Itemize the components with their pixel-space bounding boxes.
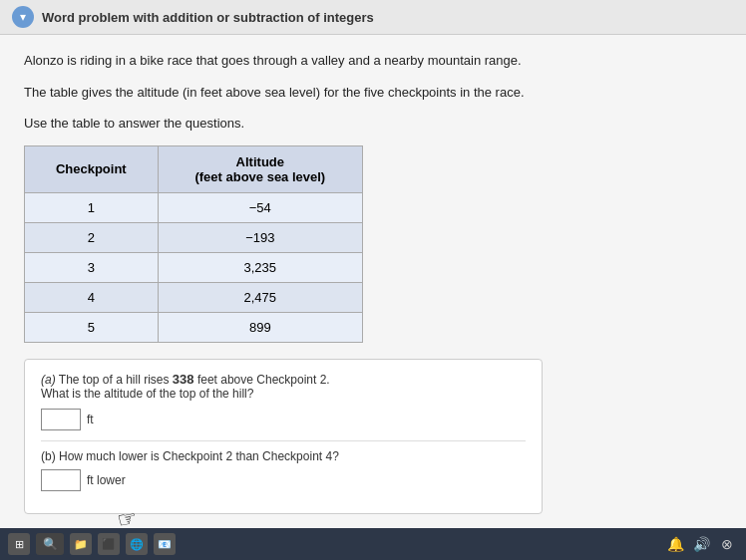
altitude-cell: 3,235 <box>158 252 362 282</box>
taskbar: ⊞ 🔍 📁 ⬛ 🌐 📧 🔔 🔊 ⊗ <box>0 528 746 560</box>
question-a-label: (a) <box>41 373 56 387</box>
question-a-text-after: feet above Checkpoint 2. <box>197 373 330 387</box>
checkpoint-cell: 5 <box>25 312 159 342</box>
checkpoint-cell: 2 <box>25 222 159 252</box>
question-divider <box>41 440 526 441</box>
question-a-input-row: ft <box>41 409 526 430</box>
content-area: Alonzo is riding in a bike race that goe… <box>0 35 746 530</box>
data-table: Checkpoint Altitude (feet above sea leve… <box>24 145 722 343</box>
taskbar-right-icon-3[interactable]: ⊗ <box>716 533 738 555</box>
header-bar: ▾ Word problem with addition or subtract… <box>0 0 746 35</box>
taskbar-right: 🔔 🔊 ⊗ <box>664 533 738 555</box>
taskbar-icon-3[interactable]: 🌐 <box>126 533 148 555</box>
start-button[interactable]: ⊞ <box>8 533 30 555</box>
altitude-cell: 899 <box>158 312 362 342</box>
taskbar-icon-4[interactable]: 📧 <box>154 533 176 555</box>
question-a-text-before: The top of a hill rises <box>59 373 170 387</box>
questions-box: (a) The top of a hill rises 338 feet abo… <box>24 359 543 514</box>
chevron-icon[interactable]: ▾ <box>12 6 34 28</box>
question-b-input[interactable] <box>41 469 81 491</box>
page-title: Word problem with addition or subtractio… <box>42 10 374 25</box>
question-a: (a) The top of a hill rises 338 feet abo… <box>41 372 526 401</box>
question-b-unit: ft lower <box>87 473 126 487</box>
altitude-cell: 2,475 <box>158 282 362 312</box>
question-a-unit: ft <box>87 413 94 426</box>
table-row: 5 899 <box>25 312 363 342</box>
question-b-label: (b) <box>41 449 56 463</box>
table-row: 1 −54 <box>25 192 363 222</box>
checkpoint-cell: 4 <box>25 282 159 312</box>
taskbar-right-icon-2[interactable]: 🔊 <box>690 533 712 555</box>
table-row: 3 3,235 <box>25 252 363 282</box>
question-b-input-row: ft lower <box>41 469 526 491</box>
question-a-highlight: 338 <box>173 372 194 387</box>
problem-line3: Use the table to answer the questions. <box>24 114 722 134</box>
altitude-cell: −54 <box>158 192 362 222</box>
taskbar-right-icon-1[interactable]: 🔔 <box>664 533 686 555</box>
question-a-input[interactable] <box>41 409 81 430</box>
question-b: (b) How much lower is Checkpoint 2 than … <box>41 449 526 463</box>
col-altitude-header: Altitude (feet above sea level) <box>158 145 362 192</box>
checkpoint-cell: 1 <box>25 192 159 222</box>
table-row: 4 2,475 <box>25 282 363 312</box>
problem-line2: The table gives the altitude (in feet ab… <box>24 83 722 103</box>
col-checkpoint-header: Checkpoint <box>25 145 159 192</box>
taskbar-icon-2[interactable]: ⬛ <box>98 533 120 555</box>
search-button[interactable]: 🔍 <box>36 533 64 555</box>
question-a-line2: What is the altitude of the top of the h… <box>41 387 253 401</box>
altitude-cell: −193 <box>158 222 362 252</box>
table-row: 2 −193 <box>25 222 363 252</box>
question-b-text: How much lower is Checkpoint 2 than Chec… <box>59 449 339 463</box>
checkpoint-cell: 3 <box>25 252 159 282</box>
problem-line1: Alonzo is riding in a bike race that goe… <box>24 51 722 71</box>
taskbar-icon-1[interactable]: 📁 <box>70 533 92 555</box>
